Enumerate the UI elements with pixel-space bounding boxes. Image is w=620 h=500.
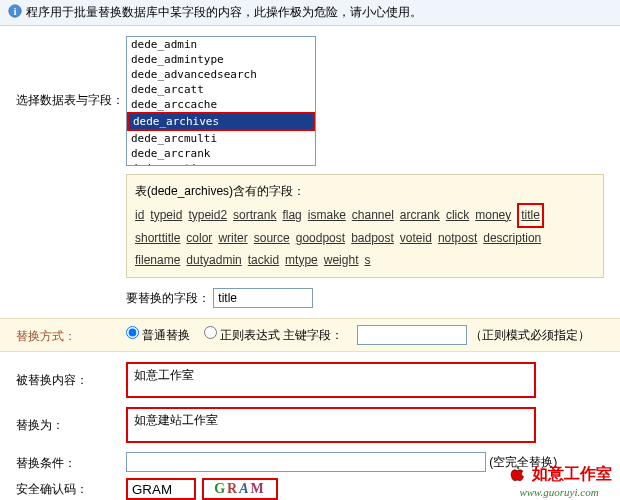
field-link[interactable]: color bbox=[186, 228, 212, 250]
pk-field-input[interactable] bbox=[357, 325, 467, 345]
table-option[interactable]: dede_admin bbox=[127, 37, 315, 52]
captcha-input[interactable] bbox=[126, 478, 196, 500]
condition-input[interactable] bbox=[126, 452, 486, 472]
field-link[interactable]: goodpost bbox=[296, 228, 345, 250]
watermark-url: www.guoruyi.com bbox=[506, 486, 612, 498]
label-condition: 替换条件： bbox=[16, 452, 126, 472]
table-option[interactable]: dede_advancedsearch bbox=[127, 67, 315, 82]
watermark: 如意工作室 www.guoruyi.com bbox=[506, 462, 612, 498]
field-link[interactable]: source bbox=[254, 228, 290, 250]
fields-header: 表(dede_archives)含有的字段： bbox=[135, 184, 305, 198]
field-link[interactable]: id bbox=[135, 205, 144, 227]
captcha-image[interactable]: GRAM bbox=[202, 478, 278, 500]
info-icon: i bbox=[8, 4, 22, 21]
label-replace-method: 替换方式： bbox=[16, 325, 126, 345]
field-link[interactable]: typeid bbox=[150, 205, 182, 227]
fields-list: idtypeidtypeid2sortrankflagismakechannel… bbox=[135, 208, 550, 267]
content-to-input[interactable] bbox=[126, 407, 536, 443]
field-link[interactable]: arcrank bbox=[400, 205, 440, 227]
table-option[interactable]: dede_arcrank bbox=[127, 146, 315, 161]
radio-normal[interactable]: 普通替换 bbox=[126, 328, 190, 342]
field-link[interactable]: typeid2 bbox=[188, 205, 227, 227]
label-field-to-replace: 要替换的字段： bbox=[126, 291, 210, 305]
apple-icon bbox=[506, 462, 528, 486]
field-link[interactable]: mtype bbox=[285, 250, 318, 272]
field-link[interactable]: flag bbox=[282, 205, 301, 227]
label-replace-to: 替换为： bbox=[16, 407, 126, 434]
field-link[interactable]: sortrank bbox=[233, 205, 276, 227]
field-link[interactable]: channel bbox=[352, 205, 394, 227]
table-option[interactable]: dede_arcatt bbox=[127, 82, 315, 97]
field-input[interactable] bbox=[213, 288, 313, 308]
label-select-table: 选择数据表与字段： bbox=[16, 36, 126, 109]
field-link[interactable]: badpost bbox=[351, 228, 394, 250]
table-select[interactable]: dede_admindede_admintypedede_advancedsea… bbox=[126, 36, 316, 166]
field-link[interactable]: filename bbox=[135, 250, 180, 272]
field-link[interactable]: tackid bbox=[248, 250, 279, 272]
field-link[interactable]: dutyadmin bbox=[186, 250, 241, 272]
field-link[interactable]: click bbox=[446, 205, 469, 227]
field-link[interactable]: money bbox=[475, 205, 511, 227]
svg-point-2 bbox=[516, 465, 520, 469]
field-link[interactable]: s bbox=[364, 250, 370, 272]
field-link[interactable]: ismake bbox=[308, 205, 346, 227]
content-from-input[interactable] bbox=[126, 362, 536, 398]
table-option[interactable]: dede_arcmulti bbox=[127, 131, 315, 146]
table-option[interactable]: dede_arctiny bbox=[127, 161, 315, 166]
field-link[interactable]: weight bbox=[324, 250, 359, 272]
field-link[interactable]: title bbox=[517, 203, 544, 229]
svg-text:i: i bbox=[14, 6, 17, 17]
field-link[interactable]: notpost bbox=[438, 228, 477, 250]
field-link[interactable]: voteid bbox=[400, 228, 432, 250]
field-link[interactable]: shorttitle bbox=[135, 228, 180, 250]
watermark-studio: 如意工作室 bbox=[532, 464, 612, 485]
field-link[interactable]: writer bbox=[218, 228, 247, 250]
field-link[interactable]: description bbox=[483, 228, 541, 250]
table-option[interactable]: dede_archives bbox=[127, 112, 315, 131]
table-option[interactable]: dede_arccache bbox=[127, 97, 315, 112]
table-option[interactable]: dede_admintype bbox=[127, 52, 315, 67]
radio-regex[interactable]: 正则表达式 主键字段： bbox=[204, 328, 344, 342]
warning-text: 程序用于批量替换数据库中某字段的内容，此操作极为危险，请小心使用。 bbox=[26, 4, 422, 21]
label-replaced-content: 被替换内容： bbox=[16, 362, 126, 389]
regex-note: （正则模式必须指定） bbox=[470, 328, 590, 342]
label-captcha: 安全确认码： bbox=[16, 478, 126, 498]
